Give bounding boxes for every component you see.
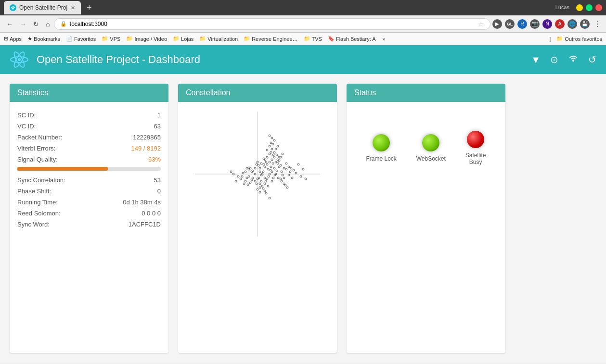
status-title: Status bbox=[354, 88, 376, 97]
refresh-icon[interactable]: ↺ bbox=[588, 54, 596, 65]
bookmark-flash[interactable]: 🔖 Flash Bestiary: A bbox=[328, 36, 376, 42]
svg-point-11 bbox=[267, 168, 269, 170]
ext-icon-1[interactable]: R bbox=[517, 19, 527, 29]
ext-icon-2[interactable]: N bbox=[542, 19, 552, 29]
ext-icon-3[interactable]: A bbox=[555, 19, 565, 29]
bookmark-separator: | bbox=[550, 36, 551, 42]
folder-icon-6: 📁 bbox=[304, 36, 310, 42]
svg-point-43 bbox=[281, 171, 283, 173]
reed-value: 0 0 0 0 bbox=[142, 210, 161, 217]
nav-bar: ← → ↻ ⌂ 🔒 ☆ ▶ GL R 📷 N A 🌐 💾 ⋮ bbox=[0, 15, 606, 33]
bookmark-bookmarks[interactable]: ★ Bookmarks bbox=[27, 36, 60, 42]
sync-word-value: 1ACFFC1D bbox=[129, 221, 161, 228]
svg-point-105 bbox=[245, 180, 246, 182]
bookmark-star-icon[interactable]: ☆ bbox=[478, 20, 484, 28]
svg-point-7 bbox=[572, 60, 574, 62]
bookmarks-more-btn[interactable]: » bbox=[382, 36, 385, 42]
stat-row-vc-id: VC ID: 63 bbox=[17, 123, 161, 130]
packet-value: 12229865 bbox=[133, 134, 161, 141]
svg-point-113 bbox=[286, 187, 288, 188]
ext-icon-5[interactable]: 💾 bbox=[580, 19, 590, 29]
bookmark-apps[interactable]: ⊞ Apps bbox=[4, 36, 22, 42]
svg-point-123 bbox=[269, 135, 271, 137]
back-btn[interactable]: ← bbox=[4, 19, 15, 29]
phase-value: 0 bbox=[157, 188, 161, 195]
svg-point-63 bbox=[254, 180, 256, 182]
bookmark-lojas[interactable]: 📁 Lojas bbox=[173, 36, 193, 42]
svg-point-74 bbox=[283, 177, 285, 179]
running-label: Running Time: bbox=[17, 199, 58, 206]
packet-label: Packet Number: bbox=[17, 134, 62, 141]
bookmark-virtualization[interactable]: 📁 Virtualization bbox=[199, 36, 238, 42]
more-btn[interactable]: ⋮ bbox=[593, 19, 602, 29]
svg-point-77 bbox=[261, 185, 263, 187]
url-bar[interactable]: 🔒 ☆ bbox=[54, 18, 490, 30]
svg-point-129 bbox=[302, 168, 304, 170]
svg-point-57 bbox=[273, 156, 275, 158]
satellite-busy-led bbox=[467, 131, 484, 148]
svg-point-69 bbox=[288, 166, 290, 168]
bookmark-image-video[interactable]: 📁 Image / Video bbox=[126, 36, 167, 42]
status-item-frame-lock: Frame Lock bbox=[366, 134, 396, 162]
header-icon-group: ▼ ⊙ ↺ bbox=[531, 53, 596, 66]
svg-point-41 bbox=[271, 180, 273, 182]
bookmark-tvs[interactable]: 📁 TVS bbox=[304, 36, 322, 42]
svg-point-118 bbox=[282, 153, 284, 155]
svg-point-106 bbox=[280, 156, 282, 158]
new-tab-btn[interactable]: + bbox=[83, 3, 96, 13]
svg-point-72 bbox=[259, 183, 261, 185]
statistics-header: Statistics bbox=[10, 84, 168, 102]
svg-point-20 bbox=[258, 164, 259, 166]
stat-row-sync-word: Sync Word: 1ACFFC1D bbox=[17, 221, 161, 228]
svg-point-26 bbox=[272, 163, 274, 164]
ext-icon-4[interactable]: 🌐 bbox=[567, 19, 577, 29]
svg-point-62 bbox=[285, 168, 287, 170]
cast-icon[interactable]: ▶ bbox=[492, 19, 502, 29]
svg-point-2 bbox=[13, 6, 14, 10]
status-item-websocket: WebSocket bbox=[416, 134, 446, 162]
user-name: Lucas bbox=[555, 4, 569, 11]
forward-btn[interactable]: → bbox=[17, 19, 29, 29]
svg-point-59 bbox=[282, 174, 284, 176]
bookmark-outros[interactable]: 📁 Outros favoritos bbox=[556, 36, 602, 42]
signal-value: 63% bbox=[148, 156, 161, 163]
active-tab[interactable]: Open Satellite Proj ✕ bbox=[4, 1, 81, 14]
reload-btn[interactable]: ↻ bbox=[31, 19, 41, 29]
svg-point-10 bbox=[264, 166, 266, 168]
svg-point-86 bbox=[267, 185, 269, 187]
svg-point-97 bbox=[288, 174, 290, 176]
stat-row-packet: Packet Number: 12229865 bbox=[17, 134, 161, 141]
flash-icon: 🔖 bbox=[328, 36, 335, 42]
viterbi-value: 149 / 8192 bbox=[131, 145, 161, 152]
wifi-icon[interactable] bbox=[568, 53, 579, 66]
svg-point-30 bbox=[259, 171, 261, 173]
bookmark-vps[interactable]: 📁 VPS bbox=[102, 36, 120, 42]
svg-point-15 bbox=[266, 163, 268, 165]
minimize-btn[interactable] bbox=[576, 4, 583, 11]
svg-point-51 bbox=[271, 159, 273, 161]
svg-point-117 bbox=[243, 183, 245, 185]
target-icon[interactable]: ⊙ bbox=[550, 54, 558, 65]
url-input[interactable] bbox=[70, 21, 475, 27]
close-btn[interactable] bbox=[595, 4, 602, 11]
maximize-btn[interactable] bbox=[586, 4, 593, 11]
tab-close-btn[interactable]: ✕ bbox=[71, 5, 75, 11]
dropdown-icon[interactable]: ▼ bbox=[531, 54, 541, 65]
camera-icon[interactable]: 📷 bbox=[530, 19, 540, 29]
svg-point-19 bbox=[265, 161, 267, 163]
bookmark-reverse-eng[interactable]: 📁 Reverse Enginee… bbox=[244, 36, 297, 42]
svg-point-49 bbox=[283, 167, 285, 169]
svg-point-93 bbox=[246, 177, 248, 179]
svg-point-101 bbox=[284, 184, 286, 186]
constellation-card: Constellation bbox=[178, 84, 337, 353]
svg-point-83 bbox=[273, 151, 275, 153]
nav-toolbar-icons: ▶ GL R 📷 N A 🌐 💾 ⋮ bbox=[492, 19, 602, 29]
bookmark-favoritos[interactable]: 📄 Favoritos bbox=[66, 36, 96, 42]
svg-point-80 bbox=[245, 171, 246, 173]
svg-point-121 bbox=[300, 176, 302, 177]
home-btn[interactable]: ⌂ bbox=[43, 19, 52, 29]
stat-row-viterbi: Viterbi Errors: 149 / 8192 bbox=[17, 145, 161, 152]
gl-icon[interactable]: GL bbox=[505, 19, 515, 29]
svg-point-125 bbox=[305, 178, 307, 180]
folder-icon-5: 📁 bbox=[244, 36, 250, 42]
